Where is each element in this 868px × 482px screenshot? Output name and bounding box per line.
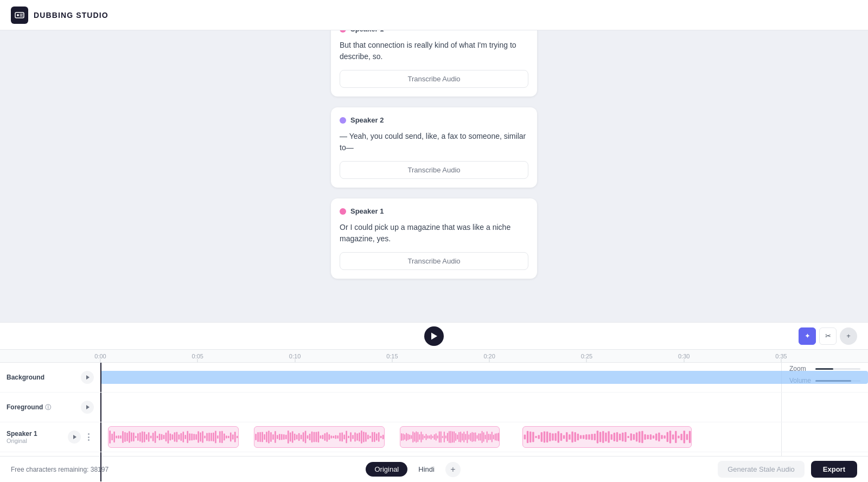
track-row-speaker1: Speaker 1 Original	[0, 422, 868, 452]
tab-original[interactable]: Original	[366, 462, 407, 477]
svg-rect-229	[589, 434, 590, 440]
transcribe-audio-button[interactable]: Transcribe Audio	[340, 161, 528, 179]
svg-rect-56	[174, 432, 176, 442]
svg-rect-118	[324, 433, 326, 441]
svg-rect-263	[684, 430, 685, 444]
svg-rect-67	[197, 431, 199, 443]
svg-rect-75	[215, 430, 216, 443]
svg-rect-27	[111, 434, 113, 440]
magic-tool-button[interactable]: ✦	[799, 327, 816, 345]
speaker-name: Speaker 1	[350, 207, 384, 215]
svg-rect-64	[192, 434, 193, 441]
track-row-foreground: Foreground ⓘ	[0, 393, 868, 422]
track-label-speaker1: Speaker 1 Original	[0, 430, 100, 444]
svg-rect-264	[686, 434, 688, 440]
speaker-header: Speaker 1	[340, 207, 528, 215]
track-label-background: Background	[0, 371, 100, 384]
speaker1-clip[interactable]	[108, 426, 239, 448]
svg-rect-52	[165, 433, 167, 442]
svg-rect-123	[335, 435, 336, 439]
track-audio-icon-speaker1[interactable]	[68, 430, 81, 444]
add-tool-button[interactable]: +	[840, 327, 857, 345]
svg-rect-210	[535, 436, 537, 438]
svg-rect-180	[457, 435, 458, 440]
transcribe-audio-button[interactable]: Transcribe Audio	[340, 70, 528, 88]
svg-rect-169	[439, 431, 440, 442]
svg-rect-129	[348, 436, 349, 438]
svg-rect-68	[200, 433, 201, 442]
svg-rect-38	[135, 436, 137, 438]
svg-rect-111	[309, 434, 311, 441]
cut-tool-button[interactable]: ✂	[819, 327, 837, 345]
svg-rect-81	[228, 436, 229, 438]
svg-rect-154	[414, 432, 415, 441]
bottom-bar: Free characters remaining: 38197 Origina…	[0, 456, 868, 482]
timeline-ruler: 0:000:050:100:150:200:250:300:35	[0, 350, 868, 363]
svg-rect-175	[449, 431, 450, 443]
svg-rect-201	[492, 432, 493, 442]
svg-rect-84	[234, 432, 236, 442]
svg-rect-48	[157, 436, 158, 439]
svg-rect-146	[401, 433, 402, 441]
svg-rect-95	[275, 431, 276, 443]
play-button[interactable]	[424, 326, 444, 346]
svg-rect-233	[599, 432, 601, 442]
svg-rect-171	[442, 436, 443, 438]
track-audio-icon-background[interactable]	[81, 371, 94, 384]
svg-rect-256	[664, 435, 666, 439]
speaker-card-2: Speaker 2 — Yeah, you could send, like, …	[331, 107, 537, 188]
svg-rect-147	[403, 433, 404, 440]
svg-rect-96	[277, 435, 278, 439]
svg-rect-255	[661, 435, 663, 439]
svg-rect-58	[178, 434, 180, 440]
svg-rect-196	[483, 432, 484, 441]
app-title: DUBBING STUDIO	[34, 11, 108, 20]
svg-rect-41	[142, 431, 143, 442]
track-menu-speaker1[interactable]	[83, 432, 94, 442]
speaker-text: — Yeah, you could send, like, a fax to s…	[340, 131, 528, 153]
svg-rect-181	[458, 432, 459, 442]
svg-rect-124	[337, 435, 339, 439]
svg-rect-202	[493, 435, 494, 440]
svg-rect-176	[450, 431, 451, 444]
svg-rect-34	[126, 433, 128, 441]
track-audio-icon-foreground[interactable]	[81, 401, 94, 414]
tab-group: Original Hindi +	[366, 462, 460, 477]
svg-rect-40	[139, 432, 141, 441]
background-clip[interactable]	[100, 371, 868, 384]
svg-rect-105	[296, 435, 298, 440]
tab-add-button[interactable]: +	[445, 462, 461, 477]
svg-rect-39	[137, 433, 139, 441]
svg-rect-188	[470, 433, 471, 441]
playhead	[100, 452, 101, 481]
svg-rect-102	[290, 432, 291, 441]
svg-rect-133	[356, 433, 358, 440]
transcribe-audio-button[interactable]: Transcribe Audio	[340, 252, 528, 270]
svg-rect-215	[549, 433, 551, 441]
svg-rect-156	[417, 432, 418, 442]
svg-rect-63	[189, 433, 191, 441]
svg-rect-33	[124, 432, 126, 442]
svg-rect-132	[354, 432, 356, 441]
generate-stale-button[interactable]: Generate Stale Audio	[718, 461, 805, 478]
svg-rect-106	[298, 433, 300, 441]
svg-rect-70	[204, 435, 206, 438]
svg-rect-120	[329, 434, 330, 440]
speaker1-clip[interactable]	[522, 426, 691, 448]
svg-rect-26	[109, 430, 111, 444]
export-button[interactable]: Export	[811, 461, 857, 478]
svg-rect-168	[437, 435, 438, 439]
svg-rect-191	[475, 433, 476, 442]
svg-rect-144	[380, 436, 382, 439]
svg-rect-194	[480, 433, 481, 441]
speaker-name: Speaker 2	[350, 116, 384, 124]
svg-rect-195	[481, 431, 482, 443]
tab-hindi[interactable]: Hindi	[410, 462, 443, 477]
speaker1-clip[interactable]	[254, 426, 385, 448]
speaker1-clip[interactable]	[400, 426, 500, 448]
svg-rect-99	[283, 434, 285, 440]
header: DUBBING STUDIO	[0, 0, 868, 30]
svg-rect-115	[318, 432, 320, 443]
svg-rect-182	[460, 432, 461, 442]
svg-rect-100	[285, 435, 287, 439]
